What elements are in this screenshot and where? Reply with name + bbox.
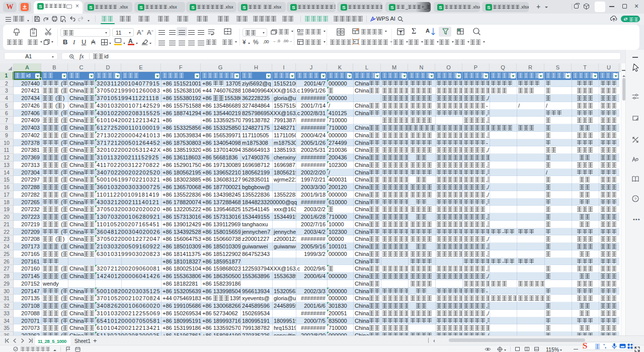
svg-text:?: ? xyxy=(634,197,637,201)
